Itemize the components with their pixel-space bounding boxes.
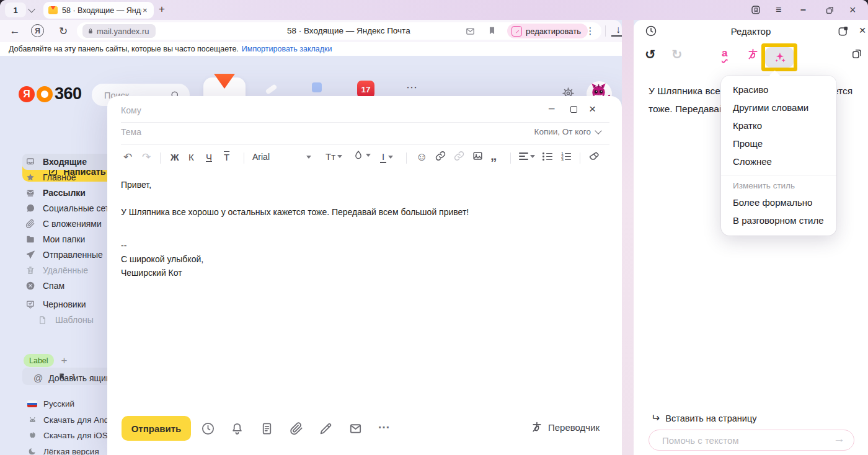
address-bar[interactable]: mail.yandex.ru 58 · Входящие — Яндекс По… [77, 22, 601, 40]
menu-item-shorter[interactable]: Кратко [721, 117, 836, 135]
panel-divider [622, 20, 634, 455]
chevron-down-icon [595, 127, 601, 134]
bold-button[interactable]: Ж [170, 152, 179, 162]
browser-window: 1 58 · Входящие — Яндекс Почта × + ≡ – ×… [0, 0, 868, 455]
insert-image-button[interactable] [472, 150, 484, 162]
menu-item-simpler[interactable]: Проще [721, 135, 836, 152]
panel-redo-icon[interactable]: ↺ [671, 47, 683, 62]
panels-button[interactable] [750, 0, 761, 20]
insert-to-page-button[interactable]: ↵ Вставить на страницу [651, 412, 757, 425]
compose-minimize-icon[interactable]: – [549, 102, 554, 115]
translate-icon [531, 421, 543, 433]
to-field[interactable]: Кому [121, 105, 141, 115]
template-icon[interactable] [260, 422, 274, 436]
more-apps-icon[interactable]: ⋯ [406, 81, 418, 94]
numbered-list-button[interactable]: 123 [561, 152, 571, 160]
panel-undo-icon[interactable]: ↺ [645, 47, 656, 62]
label-tag[interactable]: Label [24, 354, 54, 367]
redo-button[interactable]: ↷ [142, 151, 151, 164]
unlink-button[interactable] [453, 150, 465, 162]
message-body[interactable]: Привет, У Шляпника все хорошо у остальны… [121, 179, 604, 280]
mail-icon[interactable] [465, 26, 476, 37]
tab-group-counter[interactable]: 1 [5, 2, 26, 17]
highlight-color-button[interactable] [353, 149, 371, 161]
calendar-app-icon[interactable]: 17 [357, 81, 374, 98]
attach-file-icon[interactable] [290, 422, 304, 436]
apple-icon [27, 431, 37, 440]
edit-pencil-icon [512, 26, 522, 37]
font-family-select[interactable]: Arial [252, 152, 311, 162]
bullet-list-button[interactable] [542, 152, 552, 160]
bookmarks-hint: Добавляйте на эту панель сайты, которые … [9, 45, 239, 53]
menu-item-conversational[interactable]: В разговорном стиле [721, 211, 836, 229]
detach-panel-icon[interactable] [837, 25, 849, 37]
language-link[interactable]: Русский [27, 397, 74, 410]
tab-close-icon[interactable]: × [143, 6, 148, 15]
numbered-list-icon: 123 [561, 152, 571, 160]
download-ios-link[interactable]: Скачать для iOS [27, 428, 108, 442]
refresh-button[interactable]: ↻ [56, 24, 71, 38]
text-color-button[interactable]: I [380, 151, 393, 163]
link-button[interactable] [435, 150, 446, 162]
add-mailbox[interactable]: @ Добавить ящик [33, 373, 110, 383]
menu-item-formal[interactable]: Более формально [721, 193, 836, 211]
font-size-select[interactable]: Tт [326, 151, 342, 162]
menu-button[interactable]: ≡ [776, 0, 781, 20]
ai-prompt-input[interactable] [661, 430, 831, 451]
copy-icon[interactable] [851, 48, 863, 60]
edit-chip-label: редактировать [526, 27, 581, 36]
compose-expand-icon[interactable] [570, 106, 577, 113]
cc-from-toggle[interactable]: Копии, От кого [534, 127, 601, 136]
restore-button[interactable] [825, 0, 835, 20]
close-panel-icon[interactable]: × [855, 23, 868, 38]
ai-sparkles-button[interactable] [765, 47, 794, 68]
underline-button[interactable]: Ч [206, 152, 212, 162]
reminder-bell-icon[interactable] [230, 422, 244, 436]
minimize-button[interactable]: – [800, 0, 806, 20]
at-icon: @ [33, 373, 43, 383]
subject-field[interactable]: Тема [121, 127, 141, 137]
translator-button[interactable]: Переводчик [531, 421, 600, 433]
emoji-button[interactable]: ☺ [416, 151, 427, 164]
edit-extension-chip[interactable]: редактировать [507, 24, 588, 38]
menu-item-beautiful[interactable]: Красиво [721, 81, 836, 99]
signature-pen-icon[interactable] [319, 422, 333, 436]
more-options-icon[interactable]: … [378, 417, 391, 431]
ai-prompt-box[interactable]: → [649, 430, 854, 451]
tab-list-chevron-icon[interactable] [28, 6, 35, 12]
back-button[interactable]: ← [7, 24, 22, 38]
spam-icon [25, 281, 35, 291]
enter-arrow-icon: ↵ [651, 412, 660, 425]
quote-button[interactable]: „ [490, 148, 497, 163]
send-button[interactable]: Отправить [122, 416, 191, 441]
align-button[interactable] [519, 152, 535, 160]
menu-item-complex[interactable]: Сложнее [721, 152, 836, 170]
close-window-button[interactable]: × [849, 0, 856, 20]
schedule-send-icon[interactable] [201, 422, 215, 436]
light-version-link[interactable]: Лёгкая версия [27, 444, 99, 455]
domain-chip[interactable]: mail.yandex.ru [82, 24, 156, 38]
yandex-360-logo[interactable]: Я 360 [19, 84, 82, 104]
translate-panel-icon[interactable] [746, 48, 760, 61]
add-label-icon[interactable]: + [61, 355, 68, 367]
body-line: Чеширский Кот [121, 267, 604, 280]
spellcheck-icon[interactable]: a [722, 47, 727, 60]
eraser-button[interactable] [588, 150, 600, 162]
sparkles-icon [773, 51, 786, 64]
panel-title: Редактор [634, 26, 868, 37]
active-tab[interactable]: 58 · Входящие — Яндекс Почта × [43, 2, 154, 19]
bookmark-icon[interactable] [487, 25, 497, 36]
attach-mail-icon[interactable] [348, 422, 363, 436]
strikethrough-button[interactable]: Т [224, 152, 229, 162]
yandex-button[interactable]: Я [31, 24, 44, 37]
chip-more-icon[interactable]: ⋮ [585, 25, 595, 37]
downloads-button[interactable]: ↓ [611, 24, 622, 37]
compose-close-icon[interactable]: × [589, 102, 596, 116]
file-icon [38, 316, 48, 325]
import-bookmarks-link[interactable]: Импортировать закладки [242, 45, 332, 53]
new-tab-button[interactable]: + [159, 3, 165, 15]
menu-item-rephrase[interactable]: Другими словами [721, 99, 836, 117]
undo-button[interactable]: ↶ [123, 151, 132, 164]
italic-button[interactable]: К [188, 152, 194, 162]
submit-arrow-icon[interactable]: → [833, 432, 845, 446]
